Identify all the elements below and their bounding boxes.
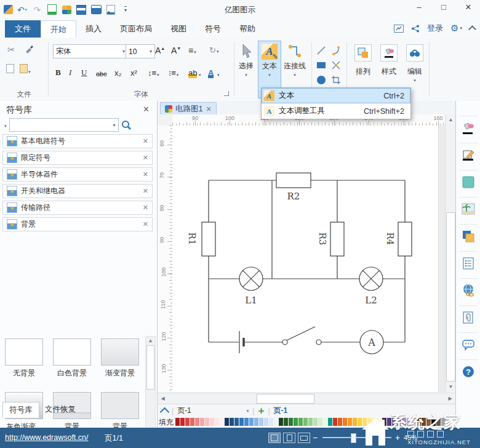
color-swatch[interactable] (200, 418, 204, 426)
background-thumbnail-无背景[interactable] (5, 338, 43, 366)
resistor-r2[interactable] (276, 173, 311, 188)
library-section-半导体器件[interactable]: ★半导体器件✕ (2, 167, 153, 182)
canvas-vertical-scrollbar[interactable]: ▲ ▼ (445, 114, 456, 392)
color-swatch[interactable] (244, 418, 249, 426)
format-painter-icon[interactable] (25, 44, 34, 54)
library-section-传输路径[interactable]: ★传输路径✕ (2, 201, 153, 215)
background-thumbnail-白色背景[interactable] (53, 338, 91, 366)
background-icon[interactable] (461, 202, 476, 217)
color-swatch[interactable] (313, 418, 318, 426)
color-swatch[interactable] (185, 418, 190, 426)
library-section-开关和继电器[interactable]: ★开关和继电器✕ (2, 184, 153, 198)
resistor-r1[interactable] (202, 222, 215, 256)
color-swatch[interactable] (210, 418, 214, 426)
search-icon[interactable] (121, 120, 132, 130)
highlight-button[interactable]: ab (188, 65, 197, 78)
fill-style-icon[interactable] (461, 121, 476, 135)
section-close-icon[interactable]: ✕ (143, 170, 148, 178)
bullet-list-button[interactable]: ⁝≡▾ (169, 65, 178, 78)
shrink-font-icon[interactable]: A▼ (171, 46, 181, 55)
color-swatch[interactable] (303, 418, 308, 426)
color-swatch[interactable] (259, 418, 263, 426)
close-button[interactable]: ✕ (460, 2, 476, 12)
scroll-down-icon[interactable]: ▼ (446, 382, 456, 392)
resistor-r3[interactable] (330, 222, 344, 256)
export-icon[interactable] (394, 25, 404, 33)
settings-gear-icon[interactable]: ⚙ (450, 23, 462, 34)
section-close-icon[interactable]: ✕ (143, 137, 148, 145)
comment-icon[interactable] (461, 337, 476, 352)
library-close-icon[interactable]: ✕ (143, 105, 150, 114)
color-swatch[interactable] (333, 418, 337, 426)
library-section-基本电路符号[interactable]: ★基本电路符号✕ (2, 134, 153, 148)
library-search-input[interactable]: ▾ (9, 118, 119, 132)
library-section-限定符号[interactable]: ★限定符号✕ (2, 151, 153, 165)
strikethrough-button[interactable]: abc (96, 65, 107, 78)
color-swatch[interactable] (264, 418, 268, 426)
color-swatch[interactable] (298, 418, 303, 426)
font-name-select[interactable]: 宋体▾ (53, 44, 128, 58)
add-page-button[interactable]: + (258, 406, 264, 416)
grow-font-icon[interactable]: A▲ (155, 46, 165, 55)
login-link[interactable]: 登录 (427, 23, 443, 34)
document-tab[interactable]: 电路图1 ✕ (160, 102, 217, 116)
color-swatch[interactable] (323, 418, 327, 426)
view-page-button[interactable] (283, 433, 295, 443)
tab-帮助[interactable]: 帮助 (230, 20, 265, 38)
color-swatch[interactable] (175, 418, 180, 426)
color-swatch[interactable] (279, 418, 283, 426)
tab-页面布局[interactable]: 页面布局 (111, 20, 161, 38)
zoom-out-button[interactable]: − (313, 433, 318, 442)
share-icon[interactable] (411, 25, 420, 33)
section-close-icon[interactable]: ✕ (143, 220, 148, 228)
color-swatch[interactable] (249, 418, 254, 426)
library-cube-icon[interactable]: ▾ (4, 121, 7, 129)
color-swatch[interactable] (225, 418, 229, 426)
color-swatch[interactable] (294, 418, 298, 426)
zoom-slider-thumb[interactable] (351, 433, 356, 443)
color-swatch[interactable] (190, 418, 194, 426)
ellipse-tool-icon[interactable] (316, 75, 326, 85)
font-color-button[interactable]: A (208, 65, 214, 78)
cut-icon[interactable]: ✂ (7, 44, 15, 55)
help-icon[interactable]: ? (461, 364, 476, 379)
color-swatch[interactable] (328, 418, 332, 426)
page-selector[interactable]: 页-1 (177, 406, 191, 416)
underline-button[interactable]: U (81, 65, 87, 78)
line-style-icon[interactable] (461, 148, 476, 162)
line-spacing-button[interactable]: ↕≡▾ (148, 65, 159, 78)
background-thumbnail-渐变背景[interactable] (101, 338, 139, 366)
tab-file[interactable]: 文件 (5, 20, 41, 38)
scroll-up-icon[interactable]: ▲ (146, 338, 155, 343)
rectangle-tool-icon[interactable] (316, 60, 326, 70)
crop-tool-icon[interactable] (331, 75, 341, 85)
paste-icon[interactable] (6, 64, 14, 75)
color-swatch[interactable] (338, 418, 342, 426)
collapse-pagebar-icon[interactable] (160, 407, 170, 417)
section-close-icon[interactable]: ✕ (143, 204, 148, 212)
color-swatch[interactable] (274, 418, 278, 426)
document-tab-close-icon[interactable]: ✕ (206, 105, 211, 113)
color-swatch[interactable] (269, 418, 273, 426)
arc-tool-icon[interactable] (331, 46, 341, 55)
color-swatch[interactable] (234, 418, 239, 426)
tab-符号[interactable]: 符号 (196, 20, 230, 38)
maximize-button[interactable]: □ (436, 2, 452, 12)
color-swatch[interactable] (289, 418, 293, 426)
layers-icon[interactable] (461, 229, 476, 244)
color-swatch[interactable] (230, 418, 234, 426)
color-swatch[interactable] (308, 418, 313, 426)
color-swatch[interactable] (180, 418, 185, 426)
library-footer-tab-符号库[interactable]: 符号库 (2, 402, 39, 418)
hscroll-thumb[interactable] (257, 394, 314, 404)
color-swatch[interactable] (343, 418, 347, 426)
collapse-ribbon-icon[interactable] (468, 25, 476, 33)
align-icon[interactable]: ≡▾ (188, 46, 196, 55)
color-swatch[interactable] (195, 418, 199, 426)
edrawsoft-link[interactable]: http://www.edrawsoft.cn/ (5, 433, 88, 442)
scroll-right-icon[interactable]: ▶ (445, 393, 455, 404)
line-tool-icon[interactable] (316, 46, 326, 55)
font-size-select[interactable]: 10▾ (126, 44, 155, 58)
highlight-arrow[interactable]: ▾ (198, 65, 201, 78)
attachment-icon[interactable] (461, 310, 476, 325)
